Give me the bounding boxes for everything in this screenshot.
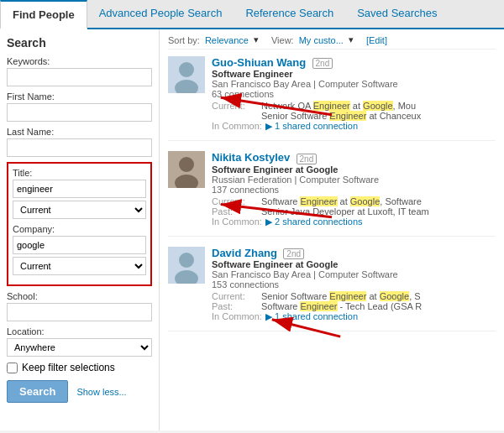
svg-point-1 <box>179 62 194 77</box>
school-input[interactable] <box>7 303 152 321</box>
current-label-3: Current: <box>212 291 258 301</box>
keep-filter-checkbox[interactable] <box>7 363 18 373</box>
tab-reference-search[interactable]: Reference Search <box>234 0 345 28</box>
result-connections-3: 153 connections <box>212 279 496 290</box>
result-name-1[interactable]: Guo-Shiuan Wang <box>212 56 306 69</box>
result-details-1: Current: Network QA Engineer at Google, … <box>212 101 496 132</box>
degree-badge-1: 2nd <box>312 58 333 69</box>
tab-bar: Find People Advanced People Search Refer… <box>0 0 504 29</box>
search-button[interactable]: Search <box>7 380 68 403</box>
last-name-label: Last Name: <box>7 127 152 137</box>
school-label: School: <box>7 291 152 301</box>
view-label: View: <box>271 35 294 45</box>
view-separator: ▾ <box>349 34 354 45</box>
result-location-1: San Francisco Bay Area | Computer Softwa… <box>212 79 496 89</box>
result-card-3: David Zhang 2nd Software Engineer at Goo… <box>168 247 496 331</box>
sort-bar: Sort by: Relevance ▾ View: My custo... ▾… <box>168 34 496 50</box>
avatar-3 <box>168 247 205 284</box>
first-name-group: First Name: <box>7 91 152 122</box>
result-connections-2: 137 connections <box>212 185 496 195</box>
current-value-3: Senior Software Engineer at Google, S <box>261 291 421 301</box>
keep-filter-label: Keep filter selections <box>22 362 115 373</box>
tab-saved-searches[interactable]: Saved Searches <box>345 0 449 28</box>
main-layout: Search Keywords: First Name: Last Name: … <box>0 29 504 430</box>
result-card-1: Guo-Shiuan Wang 2nd Software Engineer Sa… <box>168 56 496 141</box>
result-details-3: Current: Senior Software Engineer at Goo… <box>212 291 496 322</box>
incommon-label-2: In Common: <box>212 216 262 227</box>
company-filter-select[interactable]: Current Past Current or past <box>13 257 146 275</box>
result-connections-1: 63 connections <box>212 89 496 99</box>
avatar-1 <box>168 56 205 93</box>
results-area: Sort by: Relevance ▾ View: My custo... ▾… <box>160 29 504 430</box>
title-filter-select[interactable]: Current Past Current or past <box>13 201 146 219</box>
result-name-2[interactable]: Nikita Kostylev <box>212 151 290 164</box>
location-select[interactable]: Anywhere United States United Kingdom <box>7 338 152 357</box>
tab-advanced-search[interactable]: Advanced People Search <box>87 0 234 28</box>
result-info-3: David Zhang 2nd Software Engineer at Goo… <box>212 247 496 322</box>
incommon-link-1[interactable]: ▶ 1 shared connection <box>265 121 358 132</box>
first-name-input[interactable] <box>7 103 152 122</box>
keep-filter-row: Keep filter selections <box>7 362 152 373</box>
view-value[interactable]: My custo... <box>299 35 344 45</box>
location-label: Location: <box>7 326 152 336</box>
degree-badge-2: 2nd <box>297 154 318 164</box>
title-group: Title: Current Past Current or past <box>13 168 146 219</box>
current-value-2: Software Engineer at Google, Software <box>261 196 422 206</box>
bottom-row: Search Show less... <box>7 380 152 403</box>
result-card-2: Nikita Kostylev 2nd Software Engineer at… <box>168 151 496 236</box>
svg-point-7 <box>179 253 194 268</box>
location-group: Location: Anywhere United States United … <box>7 326 152 357</box>
highlighted-filters: Title: Current Past Current or past Comp… <box>7 162 152 286</box>
incommon-label-3: In Common: <box>212 311 262 322</box>
current-label-2: Current: <box>212 196 258 206</box>
result-title-1: Software Engineer <box>212 69 496 79</box>
sort-value[interactable]: Relevance <box>205 35 249 45</box>
sidebar: Search Keywords: First Name: Last Name: … <box>0 29 160 430</box>
company-input[interactable] <box>13 236 146 254</box>
result-name-3[interactable]: David Zhang <box>212 247 277 259</box>
incommon-link-2[interactable]: ▶ 2 shared connections <box>265 216 363 227</box>
incommon-label-1: In Common: <box>212 121 262 132</box>
result-location-2: Russian Federation | Computer Software <box>212 175 496 185</box>
company-label: Company: <box>13 224 146 234</box>
keywords-group: Keywords: <box>7 56 152 86</box>
keywords-input[interactable] <box>7 68 152 86</box>
past-label-3: Past: <box>212 301 258 311</box>
title-input[interactable] <box>13 180 146 198</box>
past-label-2: Past: <box>212 206 258 216</box>
result-details-2: Current: Software Engineer at Google, So… <box>212 196 496 227</box>
sort-label: Sort by: <box>168 35 200 45</box>
result-title-3: Software Engineer at Google <box>212 259 496 269</box>
last-name-input[interactable] <box>7 138 152 157</box>
title-label: Title: <box>13 168 146 178</box>
tab-find-people[interactable]: Find People <box>0 0 87 29</box>
keywords-label: Keywords: <box>7 56 152 66</box>
degree-badge-3: 2nd <box>283 248 304 259</box>
incommon-link-3[interactable]: ▶ 1 shared connection <box>265 311 358 322</box>
result-title-2: Software Engineer at Google <box>212 164 496 175</box>
avatar-2 <box>168 151 205 188</box>
school-group: School: <box>7 291 152 321</box>
extra-label-1 <box>212 111 258 121</box>
show-more-link[interactable]: Show less... <box>76 387 126 397</box>
current-label-1: Current: <box>212 101 258 111</box>
current-value-1: Network QA Engineer at Google, Mou <box>261 101 416 111</box>
extra-value-1: Senior Software Engineer at Chanceux <box>261 111 421 121</box>
result-info-2: Nikita Kostylev 2nd Software Engineer at… <box>212 151 496 227</box>
edit-link[interactable]: [Edit] <box>366 35 387 45</box>
result-info-1: Guo-Shiuan Wang 2nd Software Engineer Sa… <box>212 56 496 132</box>
svg-point-4 <box>179 157 194 172</box>
company-group: Company: Current Past Current or past <box>13 224 146 275</box>
past-value-2: Senior Java Developer at Luxoft, IT team <box>261 206 429 216</box>
sidebar-title: Search <box>7 36 152 50</box>
last-name-group: Last Name: <box>7 127 152 157</box>
first-name-label: First Name: <box>7 91 152 102</box>
past-value-3: Software Engineer - Tech Lead (GSA R <box>261 301 422 311</box>
result-location-3: San Francisco Bay Area | Computer Softwa… <box>212 269 496 279</box>
sort-separator: ▾ <box>254 34 259 45</box>
